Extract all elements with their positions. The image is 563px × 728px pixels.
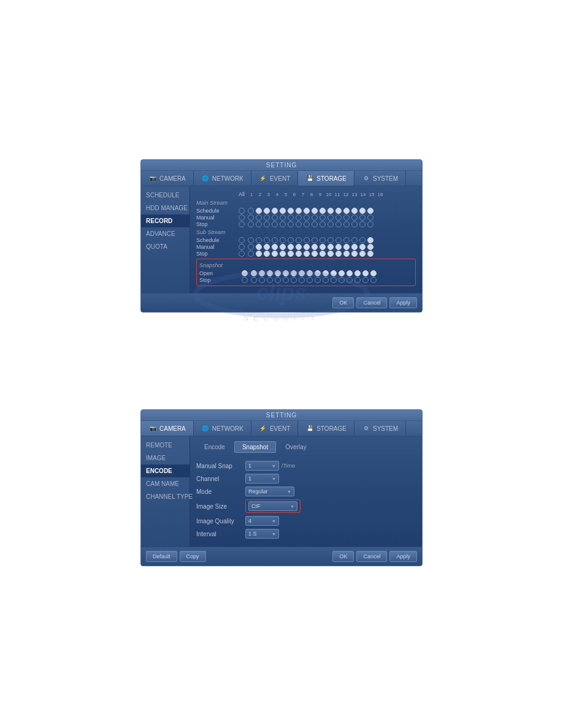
main-manual-all-radio[interactable] bbox=[239, 214, 245, 221]
top-main-content: All 1 2 3 4 5 6 7 8 9 10 11 12 bbox=[190, 186, 422, 293]
sidebar-item-cam-name[interactable]: CAM NAME bbox=[141, 477, 190, 490]
tab-storage[interactable]: 💾 STORAGE bbox=[298, 171, 354, 186]
manual-snap-row: Manual Snap 1 ▼ /Time bbox=[196, 461, 416, 471]
manual-snap-suffix: /Time bbox=[282, 463, 295, 469]
sub-manual-row: Manual bbox=[196, 244, 416, 250]
main-stop-radios bbox=[247, 221, 374, 227]
top-setting-panel: SETTING 📷 CAMERA 🌐 NETWORK ⚡ EVENT 💾 STO… bbox=[140, 159, 423, 313]
system-icon: ⚙ bbox=[362, 174, 370, 183]
system-icon-2: ⚙ bbox=[362, 424, 370, 433]
sub-stop-row: Stop bbox=[196, 251, 416, 257]
main-schedule-radios bbox=[247, 208, 374, 214]
camera-icon-2: 📷 bbox=[148, 424, 157, 433]
tab-camera[interactable]: 📷 CAMERA bbox=[141, 171, 194, 186]
sub-tab-snapshot[interactable]: Snapshot bbox=[234, 441, 276, 453]
storage-icon-2: 💾 bbox=[305, 424, 314, 433]
bottom-panel-buttons: Default Copy OK Cancel Apply bbox=[141, 547, 422, 566]
bottom-apply-button[interactable]: Apply bbox=[389, 551, 417, 562]
bottom-right-buttons: OK Cancel Apply bbox=[332, 551, 417, 562]
event-icon-2: ⚡ bbox=[259, 424, 267, 433]
sub-stream-label-row: Sub Stream bbox=[196, 228, 416, 237]
chevron-down-icon-6: ▼ bbox=[272, 532, 276, 536]
snapshot-label-row: Snapshot bbox=[199, 261, 413, 270]
bottom-tab-network[interactable]: 🌐 NETWORK bbox=[194, 421, 251, 436]
record-header: All 1 2 3 4 5 6 7 8 9 10 11 12 bbox=[196, 191, 416, 197]
top-panel-title: SETTING bbox=[141, 160, 422, 171]
image-size-row: Image Size CIF ▼ bbox=[196, 499, 416, 513]
tab-event[interactable]: ⚡ EVENT bbox=[251, 171, 298, 186]
sidebar-item-channel-type[interactable]: CHANNEL TYPE bbox=[141, 490, 190, 503]
mode-select[interactable]: Regular ▼ bbox=[245, 487, 294, 496]
network-icon: 🌐 bbox=[201, 174, 210, 183]
top-nav-tabs: 📷 CAMERA 🌐 NETWORK ⚡ EVENT 💾 STORAGE ⚙ S… bbox=[141, 171, 422, 186]
network-icon-2: 🌐 bbox=[201, 424, 210, 433]
manual-snap-select[interactable]: 1 ▼ bbox=[245, 461, 279, 471]
main-manual-radios bbox=[247, 214, 374, 221]
sidebar-item-quota[interactable]: QUOTA bbox=[141, 240, 190, 253]
chevron-down-icon-2: ▼ bbox=[272, 477, 276, 481]
channel-row: Channel 1 ▼ bbox=[196, 474, 416, 483]
bottom-tab-camera[interactable]: 📷 CAMERA bbox=[141, 421, 194, 436]
image-size-select[interactable]: CIF ▼ bbox=[248, 501, 297, 511]
image-quality-label: Image Quality bbox=[196, 518, 245, 525]
image-quality-row: Image Quality 4 ▼ bbox=[196, 516, 416, 526]
sidebar-item-advance[interactable]: ADVANCE bbox=[141, 227, 190, 240]
sidebar-item-image[interactable]: IMAGE bbox=[141, 452, 190, 464]
bottom-panel-body: REMOTE IMAGE ENCODE CAM NAME CHANNEL TYP… bbox=[141, 436, 422, 547]
snapshot-open-row: Open bbox=[199, 270, 413, 276]
main-schedule-all-radio[interactable] bbox=[239, 208, 245, 214]
sidebar-item-record[interactable]: RECORD bbox=[141, 214, 190, 227]
image-size-highlight: CIF ▼ bbox=[245, 499, 301, 513]
channel-select[interactable]: 1 ▼ bbox=[245, 474, 279, 483]
image-quality-select[interactable]: 4 ▼ bbox=[245, 516, 279, 526]
chevron-down-icon-3: ▼ bbox=[287, 490, 291, 494]
channel-numbers: 1 2 3 4 5 6 7 8 9 10 11 12 13 14 bbox=[247, 192, 385, 197]
tab-system[interactable]: ⚙ SYSTEM bbox=[354, 171, 406, 186]
top-sidebar: SCHEDULE HDD MANAGE RECORD ADVANCE QUOTA bbox=[141, 186, 190, 293]
top-ok-button[interactable]: OK bbox=[332, 297, 354, 308]
bottom-tab-system[interactable]: ⚙ SYSTEM bbox=[354, 421, 406, 436]
bottom-tab-event[interactable]: ⚡ EVENT bbox=[251, 421, 298, 436]
top-apply-button[interactable]: Apply bbox=[389, 297, 417, 308]
image-size-label: Image Size bbox=[196, 503, 245, 510]
interval-row: Interval 1 S ▼ bbox=[196, 529, 416, 539]
bottom-tab-storage[interactable]: 💾 STORAGE bbox=[298, 421, 354, 436]
mode-row: Mode Regular ▼ bbox=[196, 487, 416, 496]
bottom-panel: SETTING 📷 CAMERA 🌐 NETWORK ⚡ EVENT 💾 STO… bbox=[140, 409, 423, 566]
manual-snap-label: Manual Snap bbox=[196, 463, 245, 469]
sub-tab-encode[interactable]: Encode bbox=[196, 441, 233, 453]
sidebar-item-hdd-manage[interactable]: HDD MANAGE bbox=[141, 202, 190, 214]
interval-label: Interval bbox=[196, 531, 245, 537]
camera-icon: 📷 bbox=[148, 174, 157, 183]
top-panel-body: SCHEDULE HDD MANAGE RECORD ADVANCE QUOTA bbox=[141, 186, 422, 293]
top-panel: SETTING 📷 CAMERA 🌐 NETWORK ⚡ EVENT 💾 STO… bbox=[140, 159, 423, 313]
top-bottom-buttons: OK Cancel Apply bbox=[141, 293, 422, 312]
sub-tab-overlay[interactable]: Overlay bbox=[277, 441, 314, 453]
interval-select[interactable]: 1 S ▼ bbox=[245, 529, 279, 539]
bottom-left-buttons: Default Copy bbox=[146, 551, 206, 562]
chevron-down-icon-4: ▼ bbox=[290, 504, 294, 509]
channel-label: Channel bbox=[196, 476, 245, 482]
default-button[interactable]: Default bbox=[146, 551, 177, 562]
top-action-buttons: OK Cancel Apply bbox=[332, 297, 417, 308]
main-manual-row: Manual bbox=[196, 214, 416, 221]
chevron-down-icon: ▼ bbox=[272, 464, 276, 468]
bottom-nav-tabs: 📷 CAMERA 🌐 NETWORK ⚡ EVENT 💾 STORAGE ⚙ S… bbox=[141, 421, 422, 436]
sidebar-item-schedule[interactable]: SCHEDULE bbox=[141, 189, 190, 202]
bottom-setting-panel: SETTING 📷 CAMERA 🌐 NETWORK ⚡ EVENT 💾 STO… bbox=[140, 409, 423, 566]
bottom-ok-button[interactable]: OK bbox=[332, 551, 354, 562]
sidebar-item-remote[interactable]: REMOTE bbox=[141, 439, 190, 452]
copy-button[interactable]: Copy bbox=[180, 551, 206, 562]
sub-schedule-row: Schedule bbox=[196, 237, 416, 243]
storage-icon: 💾 bbox=[305, 174, 314, 183]
bottom-sidebar: REMOTE IMAGE ENCODE CAM NAME CHANNEL TYP… bbox=[141, 436, 190, 547]
tab-network[interactable]: 🌐 NETWORK bbox=[194, 171, 251, 186]
main-stop-all-radio[interactable] bbox=[239, 221, 245, 227]
bottom-main-content: Encode Snapshot Overlay Manual Snap bbox=[190, 436, 422, 547]
main-schedule-row: Schedule bbox=[196, 208, 416, 214]
event-icon: ⚡ bbox=[259, 174, 267, 183]
sidebar-item-encode[interactable]: ENCODE bbox=[141, 464, 190, 477]
bottom-panel-title: SETTING bbox=[141, 410, 422, 421]
top-cancel-button[interactable]: Cancel bbox=[356, 297, 387, 308]
bottom-cancel-button[interactable]: Cancel bbox=[356, 551, 387, 562]
